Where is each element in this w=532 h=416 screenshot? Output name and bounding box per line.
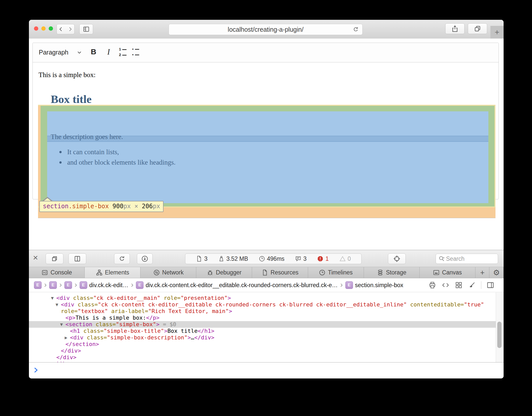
syntax-token-meta: = $0 [159,321,176,327]
tab-console[interactable]: Console [29,267,85,278]
devtools-close-button[interactable]: × [33,253,38,263]
editor-paragraph[interactable]: This is a simple box: [39,71,96,79]
print-dom-icon[interactable] [428,281,436,289]
weight-icon [218,255,225,262]
badge-error-octagon[interactable]: 1 [317,255,329,262]
syntax-token-val: "ck ck-editor__main" [93,295,161,301]
badge-speech-bubble[interactable]: 3 [295,255,307,262]
dom-tree-row[interactable]: ▼<section class="simple-box"> = $0 [29,321,504,328]
syntax-token-val: "ck ck-content ck-editor__editable ck-ro… [98,301,407,308]
badge-document[interactable]: 3 [196,255,207,262]
dom-tree: ▼<div class="ck ck-editor__main" role="p… [29,292,504,362]
search-icon [438,255,446,263]
syntax-token-attr: class= [83,334,107,341]
breadcrumb-item[interactable]: Ediv.ck.ck-edit… [80,281,128,289]
grid-overlay-icon[interactable] [455,281,463,289]
dom-tree-row[interactable]: ▶<div class="simple-box-description">…</… [29,334,504,341]
tab-storage[interactable]: Storage [364,267,420,278]
dom-tree-row[interactable]: <h1 class="simple-box-title">Box title</… [29,328,504,334]
tab-resources[interactable]: Resources [252,267,308,278]
breadcrumb-item[interactable]: E [34,281,42,289]
disclosure-triangle-icon[interactable]: ▶ [65,334,67,341]
breadcrumb-item[interactable]: Esection.simple-box [345,281,403,289]
dock-undock-button[interactable] [46,253,63,264]
dom-tree-row[interactable]: ▼<div class="ck ck-editor__main" role="p… [29,295,504,301]
close-window-button[interactable] [34,26,38,31]
gear-icon[interactable]: ⚙ [489,267,504,278]
tab-label: Network [162,269,184,276]
breadcrumb-item[interactable]: Ediv.ck.ck-content.ck-editor__editable.c… [136,281,338,289]
disclosure-triangle-icon[interactable]: ▼ [51,295,54,301]
paragraph-dropdown[interactable]: Paragraph [39,49,68,56]
syntax-token-text: Box title [167,328,198,334]
breadcrumb-item[interactable]: E [49,281,57,289]
reload-icon[interactable] [352,26,359,33]
dom-tree-row[interactable]: </div> [29,348,504,354]
dom-tree-row[interactable]: </div> [29,354,504,361]
dock-side-button[interactable] [68,253,86,264]
zoom-window-button[interactable] [49,26,53,31]
sidebar-toggle-button[interactable] [79,24,93,34]
bulleted-list-button[interactable]: • • [132,46,139,58]
chevron-separator-icon: › [75,280,77,289]
chevron-separator-icon: › [131,280,133,289]
dom-tree-row[interactable]: <p>This is a simple box:</p> [29,315,504,321]
syntax-token-tag: > [229,308,232,314]
new-tab-button[interactable]: + [490,26,504,39]
dom-tree-row[interactable]: </div> [29,361,504,362]
syntax-token-tag: <div [56,295,70,301]
box-title-heading[interactable]: Box title [51,93,482,106]
syntax-token-tag: <p> [65,315,76,321]
screenshot-background: localhost/creating-a-plugin/ + Paragraph… [0,0,532,416]
badge-weight[interactable]: 3.52 MB [218,255,248,262]
tab-overview-button[interactable] [468,23,487,34]
breadcrumb-item[interactable]: E [64,281,72,289]
tab-elements[interactable]: Elements [85,267,140,278]
bold-button[interactable]: B [91,47,96,56]
chevron-down-icon[interactable] [76,49,82,56]
add-tab-button[interactable]: + [475,267,490,278]
dom-tree-row[interactable]: </section> [29,341,504,348]
tab-network[interactable]: Network [140,267,196,278]
show-source-icon[interactable] [441,281,450,289]
dom-tree-row[interactable]: ▼<div class="ck ck-content ck-editor__ed… [29,301,504,308]
syntax-token-val: "simple-box-title" [103,328,164,334]
devtools-reload-button[interactable] [114,253,130,264]
syntax-token-val: "simple-box-description" [107,334,188,341]
syntax-token-tag: </div> [194,334,214,341]
minimize-window-button[interactable] [41,26,46,31]
numbered-list-button[interactable]: 1 2 [119,46,127,58]
element-picker-button[interactable] [388,253,406,264]
tab-canvas[interactable]: Canvas [420,267,475,278]
chevron-right-icon [67,26,73,32]
tab-debugger[interactable]: Debugger [196,267,252,278]
scrollbar-thumb[interactable] [497,322,502,348]
box-description-text[interactable]: The description goes here. [51,133,123,141]
download-button[interactable] [137,253,153,264]
details-sidebar-icon[interactable] [486,281,494,289]
italic-button[interactable]: I [107,47,110,57]
badge-clock[interactable]: 496ms [259,255,285,262]
console-prompt-row[interactable] [29,362,504,378]
share-button[interactable] [445,23,465,34]
back-button[interactable] [57,24,66,34]
search-input[interactable] [446,255,490,263]
forward-button[interactable] [65,24,75,34]
disclosure-triangle-icon[interactable]: ▼ [56,301,58,308]
devtools-search[interactable] [436,254,498,264]
badge-warning-triangle[interactable]: 0 [339,255,351,262]
syntax-token-tag: > [156,321,159,327]
tab-timelines[interactable]: Timelines [308,267,364,278]
share-icon [451,25,459,32]
list-item[interactable]: It can contain lists, [59,148,175,156]
resources-icon [261,269,268,276]
address-bar[interactable]: localhost/creating-a-plugin/ [169,24,363,35]
chevron-separator-icon: › [340,280,343,289]
paintbrush-icon[interactable] [468,281,476,289]
dom-tree-row[interactable]: role="textbox" aria-label="Rich Text Edi… [29,308,504,315]
browser-toolbar: localhost/creating-a-plugin/ + [29,20,504,39]
disclosure-triangle-icon[interactable]: ▼ [60,321,63,328]
debugger-icon [207,269,214,276]
box-description-list[interactable]: It can contain lists, and other block el… [59,148,175,169]
list-item[interactable]: and other block elements like headings. [59,159,175,166]
